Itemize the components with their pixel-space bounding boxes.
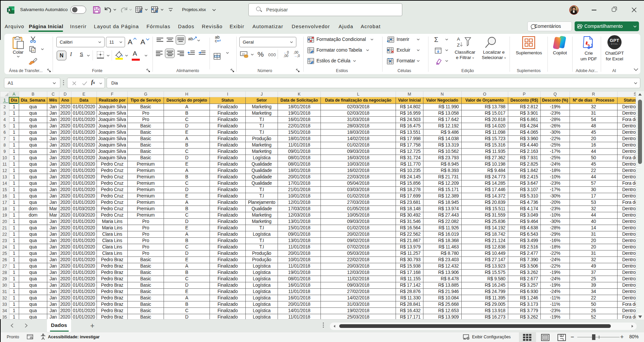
svg-text:A: A	[457, 37, 460, 42]
svg-text:X: X	[8, 8, 10, 12]
svg-text:Z: Z	[457, 43, 460, 48]
